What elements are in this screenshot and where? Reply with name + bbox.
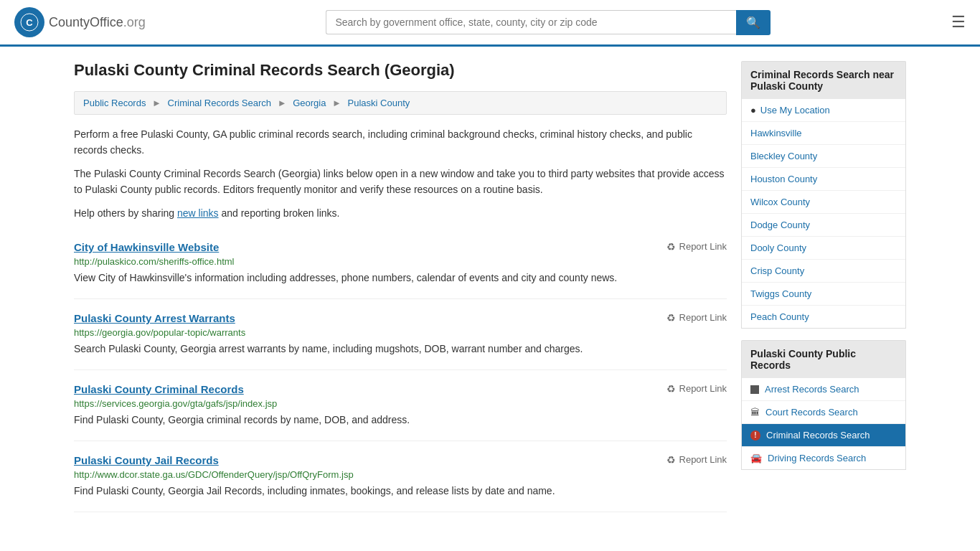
- result-item: Pulaski County Jail Records ♻ Report Lin…: [74, 441, 727, 512]
- report-link-0[interactable]: ♻ Report Link: [666, 241, 727, 253]
- public-records-list: Arrest Records Search 🏛 Court Records Se…: [741, 378, 906, 470]
- svg-text:C: C: [26, 17, 33, 28]
- results-list: City of Hawkinsville Website ♻ Report Li…: [74, 228, 727, 512]
- square-icon: [750, 385, 759, 394]
- description-para1: Perform a free Pulaski County, GA public…: [74, 126, 727, 159]
- logo-icon: C: [14, 7, 44, 37]
- result-title-0[interactable]: City of Hawkinsville Website: [74, 241, 219, 253]
- nearby-header: Criminal Records Search near Pulaski Cou…: [741, 61, 906, 99]
- nearby-crisp[interactable]: Crisp County: [742, 260, 905, 283]
- nearby-wilcox[interactable]: Wilcox County: [742, 191, 905, 214]
- result-title-2[interactable]: Pulaski County Criminal Records: [74, 383, 244, 395]
- logo-text: CountyOffice.org: [49, 15, 146, 30]
- breadcrumb-pulaski[interactable]: Pulaski County: [348, 98, 410, 108]
- nearby-hawkinsville[interactable]: Hawkinsville: [742, 122, 905, 145]
- car-icon: 🚘: [750, 453, 762, 463]
- nearby-houston[interactable]: Houston County: [742, 168, 905, 191]
- report-link-3[interactable]: ♻ Report Link: [666, 454, 727, 466]
- content-area: Pulaski County Criminal Records Search (…: [74, 61, 727, 512]
- page-title: Pulaski County Criminal Records Search (…: [74, 61, 727, 80]
- breadcrumb-public-records[interactable]: Public Records: [83, 98, 146, 108]
- report-icon-0: ♻: [666, 241, 676, 253]
- menu-icon[interactable]: ☰: [951, 13, 966, 32]
- building-icon: 🏛: [750, 407, 760, 418]
- report-icon-1: ♻: [666, 312, 676, 324]
- nearby-dodge[interactable]: Dodge County: [742, 214, 905, 237]
- use-my-location-item[interactable]: ● Use My Location: [742, 99, 905, 122]
- report-icon-3: ♻: [666, 454, 676, 466]
- nearby-list: ● Use My Location Hawkinsville Bleckley …: [741, 99, 906, 329]
- result-url-1[interactable]: https://georgia.gov/popular-topic/warran…: [74, 327, 727, 338]
- exclaim-icon: !: [750, 430, 760, 441]
- nearby-section: Criminal Records Search near Pulaski Cou…: [741, 61, 906, 329]
- nearby-bleckley[interactable]: Bleckley County: [742, 145, 905, 168]
- search-bar-area: 🔍: [326, 10, 771, 35]
- description-para2: The Pulaski County Criminal Records Sear…: [74, 166, 727, 198]
- search-input[interactable]: [326, 10, 736, 34]
- result-title-1[interactable]: Pulaski County Arrest Warrants: [74, 312, 235, 324]
- result-desc-0: View City of Hawkinsville's information …: [74, 270, 727, 286]
- public-records-header: Pulaski County Public Records: [741, 340, 906, 378]
- breadcrumb-criminal-records[interactable]: Criminal Records Search: [168, 98, 272, 108]
- nearby-twiggs[interactable]: Twiggs County: [742, 283, 905, 306]
- report-link-2[interactable]: ♻ Report Link: [666, 383, 727, 395]
- result-url-3[interactable]: http://www.dcor.state.ga.us/GDC/Offender…: [74, 469, 727, 480]
- criminal-records-item[interactable]: ! Criminal Records Search: [742, 424, 905, 447]
- description-para3: Help others by sharing new links and rep…: [74, 205, 727, 221]
- header: C CountyOffice.org 🔍 ☰: [0, 0, 980, 47]
- driving-records-item[interactable]: 🚘 Driving Records Search: [742, 447, 905, 469]
- breadcrumb-georgia[interactable]: Georgia: [293, 98, 326, 108]
- logo-area: C CountyOffice.org: [14, 7, 146, 37]
- result-item: City of Hawkinsville Website ♻ Report Li…: [74, 228, 727, 299]
- result-desc-1: Search Pulaski County, Georgia arrest wa…: [74, 342, 727, 357]
- use-location-link[interactable]: Use My Location: [760, 105, 830, 116]
- result-desc-2: Find Pulaski County, Georgia criminal re…: [74, 413, 727, 428]
- result-item: Pulaski County Criminal Records ♻ Report…: [74, 370, 727, 441]
- new-links-link[interactable]: new links: [177, 207, 219, 219]
- result-title-3[interactable]: Pulaski County Jail Records: [74, 454, 219, 466]
- arrest-records-item[interactable]: Arrest Records Search: [742, 378, 905, 401]
- result-item: Pulaski County Arrest Warrants ♻ Report …: [74, 299, 727, 370]
- court-records-item[interactable]: 🏛 Court Records Search: [742, 401, 905, 424]
- report-icon-2: ♻: [666, 383, 676, 395]
- nearby-peach[interactable]: Peach County: [742, 306, 905, 328]
- search-button[interactable]: 🔍: [736, 10, 771, 35]
- location-icon: ●: [750, 105, 756, 116]
- report-link-1[interactable]: ♻ Report Link: [666, 312, 727, 324]
- result-url-0[interactable]: http://pulaskico.com/sheriffs-office.htm…: [74, 256, 727, 267]
- result-url-2[interactable]: https://services.georgia.gov/gta/gafs/js…: [74, 398, 727, 409]
- public-records-section: Pulaski County Public Records Arrest Rec…: [741, 340, 906, 470]
- sidebar: Criminal Records Search near Pulaski Cou…: [741, 61, 906, 512]
- result-desc-3: Find Pulaski County, Georgia Jail Record…: [74, 484, 727, 499]
- main-container: Pulaski County Criminal Records Search (…: [60, 47, 920, 527]
- nearby-dooly[interactable]: Dooly County: [742, 237, 905, 260]
- breadcrumb: Public Records ► Criminal Records Search…: [74, 91, 727, 115]
